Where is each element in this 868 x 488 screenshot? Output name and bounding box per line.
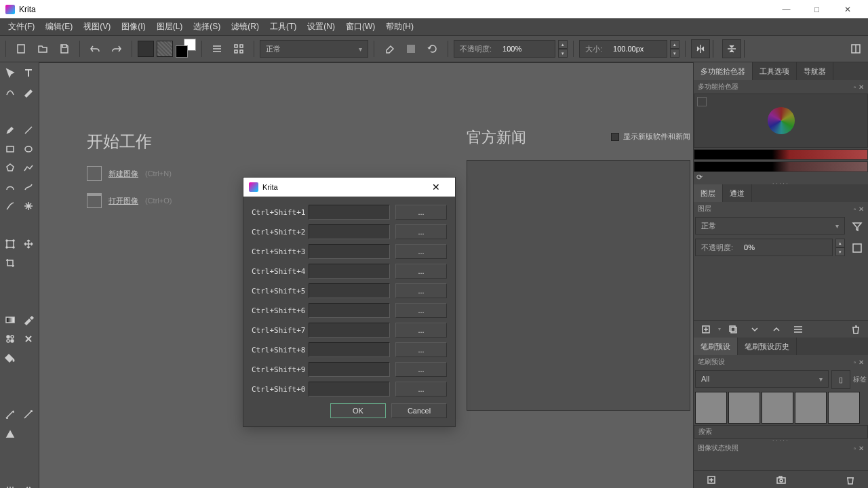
float-docker-icon[interactable]: ▫ <box>853 83 856 91</box>
rect-select-tool[interactable] <box>1 481 20 488</box>
ellipse-tool[interactable] <box>20 140 38 159</box>
layer-props-button[interactable] <box>789 320 808 339</box>
menu-tools[interactable]: 工具(T) <box>264 18 302 35</box>
shortcut-path-input[interactable] <box>309 244 390 259</box>
shortcut-path-input[interactable] <box>309 264 390 279</box>
dialog-close-button[interactable]: ✕ <box>422 182 450 192</box>
menu-image[interactable]: 图像(I) <box>116 18 151 35</box>
menu-filter[interactable]: 滤镜(R) <box>226 18 264 35</box>
redo-button[interactable] <box>107 39 126 58</box>
move-tool[interactable] <box>1 64 20 83</box>
browse-button[interactable]: ... <box>395 244 447 259</box>
brush-settings-button[interactable] <box>208 39 226 58</box>
tab-brush-history[interactable]: 笔刷预设历史 <box>738 338 797 355</box>
layer-opacity-slider[interactable]: 不透明度:0% <box>695 239 833 256</box>
opacity-spinner[interactable]: ▴▾ <box>558 40 568 58</box>
eraser-mode-button[interactable] <box>380 39 399 58</box>
blend-mode-select[interactable]: 正常 <box>260 40 368 58</box>
float-docker-icon[interactable]: ▫ <box>853 359 856 366</box>
crop-tool[interactable] <box>1 253 20 272</box>
tab-channels[interactable]: 通道 <box>723 184 752 202</box>
freehand-path-tool[interactable] <box>20 178 38 197</box>
tab-layers[interactable]: 图层 <box>694 184 723 202</box>
layer-up-button[interactable] <box>767 320 786 339</box>
shortcut-path-input[interactable] <box>309 283 390 298</box>
rectangle-tool[interactable] <box>1 140 20 159</box>
close-docker-icon[interactable]: ✕ <box>859 205 864 213</box>
polygon-tool[interactable] <box>1 159 20 178</box>
browse-button[interactable]: ... <box>395 205 447 220</box>
brush-presets-button[interactable] <box>229 39 248 58</box>
tab-color-selector[interactable]: 多功能拾色器 <box>694 62 753 80</box>
color-wheel[interactable] <box>694 94 868 148</box>
add-snapshot-button[interactable] <box>702 470 721 489</box>
mirror-vertical-button[interactable] <box>722 39 741 58</box>
brush-preset[interactable] <box>695 392 727 424</box>
delete-layer-button[interactable] <box>846 320 865 339</box>
gradient-tool[interactable] <box>1 310 20 329</box>
brush-preset[interactable] <box>828 392 860 424</box>
brush-preset[interactable] <box>762 392 793 424</box>
text-tool[interactable] <box>20 64 38 83</box>
brush-preset[interactable] <box>795 392 827 424</box>
browse-button[interactable]: ... <box>395 224 447 239</box>
multibrush-tool[interactable] <box>20 197 38 216</box>
menu-view[interactable]: 视图(V) <box>78 18 116 35</box>
menu-window[interactable]: 窗口(W) <box>340 18 380 35</box>
line-tool[interactable] <box>20 121 38 140</box>
duplicate-layer-button[interactable] <box>724 320 743 339</box>
menu-settings[interactable]: 设置(N) <box>302 18 340 35</box>
layer-opacity-spinner[interactable]: ▴▾ <box>835 239 845 256</box>
shortcut-path-input[interactable] <box>309 342 390 357</box>
shortcut-path-input[interactable] <box>309 303 390 318</box>
cancel-button[interactable]: Cancel <box>391 403 447 418</box>
reference-tool[interactable] <box>1 424 20 443</box>
brush-tool[interactable] <box>1 121 20 140</box>
browse-button[interactable]: ... <box>395 323 447 338</box>
mirror-horizontal-button[interactable] <box>691 39 710 58</box>
close-docker-icon[interactable]: ✕ <box>859 359 864 366</box>
close-button[interactable]: ✕ <box>832 0 863 18</box>
add-layer-button[interactable] <box>696 320 715 339</box>
minimize-button[interactable]: — <box>771 0 802 18</box>
dynamic-brush-tool[interactable] <box>1 197 20 216</box>
refresh-icon[interactable]: ⟳ <box>696 173 703 182</box>
tab-brush-presets[interactable]: 笔刷预设 <box>694 338 738 355</box>
browse-button[interactable]: ... <box>395 303 447 318</box>
size-slider[interactable]: 大小:100.00px <box>579 40 667 58</box>
delete-snapshot-button[interactable] <box>841 470 860 489</box>
brush-view-button[interactable]: ▯ <box>831 370 850 389</box>
menu-help[interactable]: 帮助(H) <box>380 18 419 35</box>
browse-button[interactable]: ... <box>395 342 447 357</box>
shape-edit-tool[interactable] <box>1 83 20 102</box>
open-button[interactable] <box>33 39 52 58</box>
browse-button[interactable]: ... <box>395 283 447 298</box>
tab-tool-options[interactable]: 工具选项 <box>753 62 797 80</box>
layer-options-button[interactable] <box>848 239 867 258</box>
color-picker-tool[interactable] <box>20 310 38 329</box>
calligraphy-tool[interactable] <box>20 83 38 102</box>
color-slider[interactable] <box>694 161 868 172</box>
move-layer-tool[interactable] <box>20 235 38 253</box>
close-docker-icon[interactable]: ✕ <box>859 83 864 91</box>
shortcut-path-input[interactable] <box>309 362 390 377</box>
shortcut-path-input[interactable] <box>309 205 390 220</box>
gradient-swatch[interactable] <box>138 41 154 57</box>
opacity-slider[interactable]: 不透明度:100% <box>454 40 555 58</box>
undo-button[interactable] <box>85 39 104 58</box>
layer-down-button[interactable] <box>745 320 764 339</box>
tab-navigator[interactable]: 导航器 <box>797 62 833 80</box>
menu-edit[interactable]: 编辑(E) <box>40 18 78 35</box>
float-docker-icon[interactable]: ▫ <box>853 445 856 452</box>
fg-bg-color[interactable] <box>176 39 196 59</box>
browse-button[interactable]: ... <box>395 362 447 377</box>
shortcut-path-input[interactable] <box>309 382 390 396</box>
layer-list[interactable] <box>694 259 868 320</box>
shortcut-path-input[interactable] <box>309 224 390 239</box>
measure-tool[interactable] <box>20 405 38 424</box>
smart-fill-tool[interactable] <box>20 329 38 348</box>
browse-button[interactable]: ... <box>395 264 447 279</box>
ok-button[interactable]: OK <box>330 403 386 418</box>
alpha-lock-button[interactable] <box>401 39 420 58</box>
pattern-edit-tool[interactable] <box>1 329 20 348</box>
